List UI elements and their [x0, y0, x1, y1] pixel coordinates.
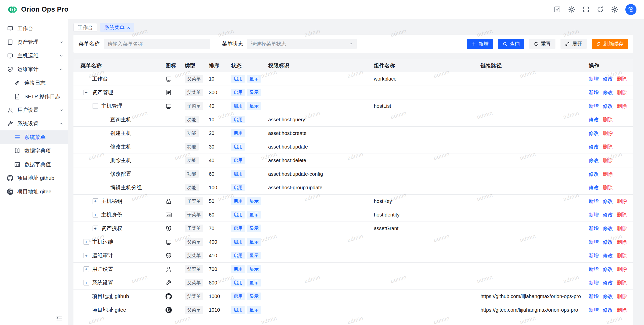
sidebar-item[interactable]: 系统设置 [0, 117, 68, 130]
query-button[interactable]: 查询 [498, 39, 524, 49]
plus-expander-icon[interactable]: + [84, 253, 89, 258]
row-add-link[interactable]: 新增 [589, 76, 599, 82]
row-edit-link[interactable]: 修改 [603, 266, 613, 272]
row-add-link[interactable]: 新增 [589, 307, 599, 313]
row-edit-link[interactable]: 修改 [603, 294, 613, 299]
refresh-cache-button[interactable]: 刷新缓存 [592, 39, 628, 49]
row-edit-link[interactable]: 修改 [603, 239, 613, 245]
plus-expander-icon[interactable]: + [93, 198, 98, 204]
plus-expander-icon[interactable]: + [84, 239, 89, 245]
plus-expander-icon[interactable]: + [93, 226, 98, 231]
menu-status-select[interactable]: 请选择菜单状态 [247, 39, 357, 49]
minus-expander-icon[interactable]: − [84, 90, 89, 95]
sidebar-item[interactable]: 主机运维 [0, 49, 68, 62]
row-edit-link[interactable]: 修改 [603, 226, 613, 231]
row-add-link[interactable]: 新增 [589, 226, 599, 231]
plus-expander-icon[interactable]: + [84, 266, 89, 272]
row-add-link[interactable]: 新增 [589, 239, 599, 245]
refresh-button[interactable] [597, 6, 604, 13]
row-delete-link[interactable]: 删除 [617, 307, 627, 313]
row-edit-link[interactable]: 修改 [603, 253, 613, 258]
sidebar-item[interactable]: 项目地址 gitee [0, 185, 68, 198]
row-delete-link[interactable]: 删除 [603, 130, 613, 136]
plus-expander-icon[interactable]: + [93, 212, 98, 218]
sidebar-item[interactable]: 工作台 [0, 22, 68, 35]
row-add-link[interactable]: 新增 [589, 90, 599, 95]
row-delete-link[interactable]: 删除 [603, 158, 613, 163]
row-delete-link[interactable]: 删除 [603, 185, 613, 190]
row-edit-link[interactable]: 修改 [603, 212, 613, 218]
sidebar-item-label: 连接日志 [24, 79, 64, 86]
row-delete-link[interactable]: 删除 [617, 90, 627, 95]
row-edit-link[interactable]: 修改 [589, 117, 599, 122]
row-delete-link[interactable]: 删除 [617, 266, 627, 272]
status-tag: 启用 [231, 211, 245, 219]
menu-order: 300 [205, 86, 227, 99]
menu-name-input[interactable] [104, 39, 210, 49]
settings-button[interactable] [611, 6, 618, 13]
row-delete-link[interactable]: 删除 [617, 253, 627, 258]
collapse-sidebar-button[interactable] [56, 315, 63, 321]
expand-button[interactable]: 展开 [560, 39, 587, 49]
add-button[interactable]: 新增 [467, 39, 493, 49]
theme-button[interactable] [568, 6, 575, 13]
row-edit-link[interactable]: 修改 [603, 90, 613, 95]
row-edit-link[interactable]: 修改 [603, 280, 613, 285]
sidebar-item[interactable]: 数据字典项 [0, 144, 68, 158]
row-delete-link[interactable]: 删除 [617, 239, 627, 245]
sidebar-item[interactable]: 数据字典值 [0, 158, 68, 171]
row-delete-link[interactable]: 删除 [617, 294, 627, 299]
plus-expander-icon[interactable]: + [84, 280, 89, 285]
row-delete-link[interactable]: 删除 [617, 212, 627, 218]
sidebar-item[interactable]: 系统菜单 [0, 130, 68, 144]
row-add-link[interactable]: 新增 [589, 280, 599, 285]
sidebar-item[interactable]: 资产管理 [0, 35, 68, 49]
permission-code [264, 208, 370, 222]
layout-button[interactable] [554, 6, 561, 13]
minus-expander-icon[interactable]: − [93, 103, 98, 109]
row-delete-link[interactable]: 删除 [617, 198, 627, 204]
row-edit-link[interactable]: 修改 [589, 158, 599, 163]
row-add-link[interactable]: 新增 [589, 212, 599, 218]
fullscreen-button[interactable] [582, 6, 590, 13]
row-edit-link[interactable]: 修改 [589, 144, 599, 150]
plus-icon [471, 42, 476, 46]
settings-icon [611, 6, 618, 13]
row-delete-link[interactable]: 删除 [617, 226, 627, 231]
sidebar-item[interactable]: 连接日志 [0, 76, 68, 90]
row-delete-link[interactable]: 删除 [603, 117, 613, 122]
row-edit-link[interactable]: 修改 [589, 185, 599, 190]
row-delete-link[interactable]: 删除 [617, 103, 627, 109]
row-edit-link[interactable]: 修改 [603, 103, 613, 109]
tab-item[interactable]: 系统菜单× [100, 23, 134, 32]
row-add-link[interactable]: 新增 [589, 198, 599, 204]
row-edit-link[interactable]: 修改 [603, 76, 613, 82]
row-delete-link[interactable]: 删除 [617, 280, 627, 285]
menu-order: 50 [205, 194, 227, 208]
sidebar-item[interactable]: SFTP 操作日志 [0, 90, 68, 103]
row-add-link[interactable]: 新增 [589, 294, 599, 299]
row-delete-link[interactable]: 删除 [617, 76, 627, 82]
row-delete-link[interactable]: 删除 [603, 171, 613, 177]
row-edit-link[interactable]: 修改 [603, 198, 613, 204]
close-icon[interactable]: × [127, 25, 130, 30]
tab-item[interactable]: 工作台 [73, 23, 97, 32]
row-add-link[interactable]: 新增 [589, 103, 599, 109]
reset-button[interactable]: 重置 [529, 39, 555, 49]
menu-type-tag: 父菜单 [185, 265, 203, 273]
sidebar-item[interactable]: 项目地址 github [0, 171, 68, 185]
chevron-down-icon [59, 40, 64, 45]
row-delete-link[interactable]: 删除 [603, 144, 613, 150]
sidebar-item[interactable]: 运维审计 [0, 62, 68, 76]
table-row: 工作台父菜单10启用显示workplace新增修改删除 [73, 72, 633, 86]
row-edit-link[interactable]: 修改 [603, 307, 613, 313]
link-path [476, 222, 585, 235]
row-edit-link[interactable]: 修改 [589, 130, 599, 136]
sidebar-item[interactable]: 用户设置 [0, 103, 68, 117]
avatar[interactable]: 管 [625, 4, 636, 15]
row-add-link[interactable]: 新增 [589, 253, 599, 258]
row-edit-link[interactable]: 修改 [589, 171, 599, 177]
row-add-link[interactable]: 新增 [589, 266, 599, 272]
menu-type-tag: 父菜单 [185, 293, 203, 300]
grid-icon [14, 161, 20, 168]
